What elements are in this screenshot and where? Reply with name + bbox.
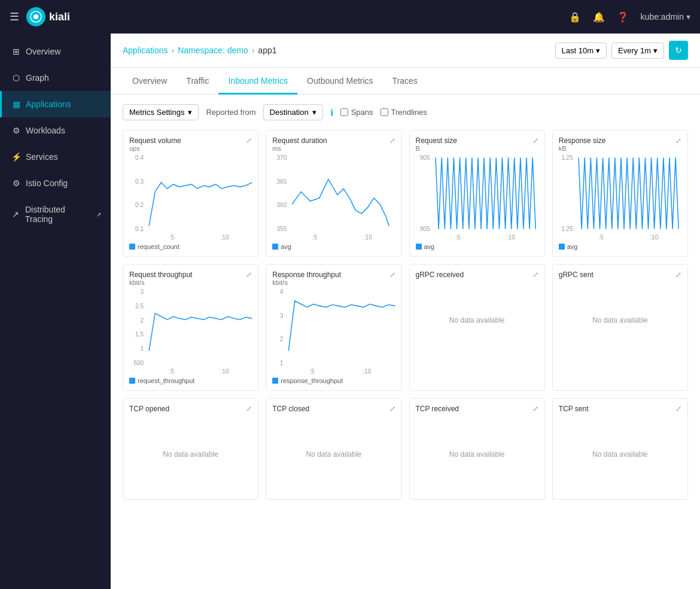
- metrics-settings-dropdown-icon: ▾: [188, 108, 192, 117]
- refresh-button[interactable]: ↻: [669, 41, 688, 60]
- chart-title-row: Request throughput kbit/s ⤢: [129, 271, 252, 286]
- breadcrumb-sep1: ›: [172, 45, 175, 55]
- legend-dot: [559, 244, 565, 250]
- nav-right: 🔒 🔔 ❓ kube:admin ▾: [569, 11, 690, 23]
- sidebar-item-overview[interactable]: ⊞ Overview: [0, 38, 111, 65]
- time-range-dropdown-icon: ▾: [596, 46, 600, 55]
- sidebar-item-services[interactable]: ⚡ Services: [0, 144, 111, 170]
- expand-icon[interactable]: ⤢: [389, 405, 395, 413]
- spans-checkbox[interactable]: [340, 108, 348, 116]
- trendlines-label: Trendlines: [391, 108, 427, 117]
- trendlines-checkbox[interactable]: [381, 108, 388, 116]
- metrics-content: Metrics Settings ▾ Reported from Destina…: [111, 95, 700, 589]
- chart-tcp-closed: TCP closed ⤢ No data available: [266, 398, 401, 500]
- charts-grid-row2: Request throughput kbit/s ⤢ 32.521.51500: [123, 264, 688, 391]
- chart-unit: kbit/s: [272, 279, 341, 286]
- no-data-message: No data available: [129, 415, 252, 493]
- no-data-message: No data available: [559, 415, 681, 493]
- trendlines-checkbox-label[interactable]: Trendlines: [381, 108, 427, 117]
- chart-legend: avg: [559, 243, 681, 250]
- expand-icon[interactable]: ⤢: [675, 136, 681, 145]
- time-range-label: Last 10m: [562, 46, 594, 55]
- refresh-interval-select[interactable]: Every 1m ▾: [611, 42, 664, 59]
- chart-title-row: gRPC received ⤢: [416, 271, 538, 279]
- tabs-bar: Overview Traffic Inbound Metrics Outboun…: [111, 68, 700, 95]
- expand-icon[interactable]: ⤢: [532, 136, 538, 145]
- legend-dot: [416, 244, 422, 250]
- chart-title: Request duration: [272, 136, 327, 145]
- expand-icon[interactable]: ⤢: [246, 136, 252, 145]
- expand-icon[interactable]: ⤢: [675, 271, 681, 279]
- expand-icon[interactable]: ⤢: [246, 405, 252, 413]
- hamburger-menu[interactable]: ☰: [10, 10, 19, 23]
- chart-title: Response size: [559, 136, 606, 145]
- chart-title-row: TCP opened ⤢: [129, 405, 252, 413]
- chart-response-throughput: Response throughput kbit/s ⤢ 4321: [266, 264, 401, 391]
- legend-dot: [272, 378, 278, 384]
- chart-title-row: TCP closed ⤢: [272, 405, 395, 413]
- sidebar-item-distributed-tracing[interactable]: ↗ Distributed Tracing ↗: [0, 196, 111, 232]
- chart-response-size: Response size kB ⤢ 1.251.25: [552, 130, 688, 257]
- chart-title-row: Response size kB ⤢: [559, 136, 681, 152]
- tab-overview[interactable]: Overview: [123, 68, 176, 95]
- main-layout: ⊞ Overview ⬡ Graph ▦ Applications ⚙ Work…: [0, 34, 700, 589]
- chart-title-row: Request size B ⤢: [416, 136, 538, 152]
- chart-legend: request_throughput: [129, 377, 252, 384]
- breadcrumb-namespace[interactable]: Namespace: demo: [178, 45, 248, 55]
- tab-traffic[interactable]: Traffic: [176, 68, 218, 95]
- expand-icon[interactable]: ⤢: [389, 271, 395, 279]
- expand-icon[interactable]: ⤢: [675, 405, 681, 413]
- username: kube:admin: [641, 12, 684, 22]
- chart-title-row: Request volume ops ⤢: [129, 136, 252, 152]
- bell-icon[interactable]: 🔔: [593, 11, 605, 23]
- sidebar-item-label: Overview: [26, 47, 60, 56]
- tab-traces[interactable]: Traces: [383, 68, 427, 95]
- applications-icon: ▦: [11, 99, 21, 109]
- tracing-icon: ↗: [11, 210, 20, 219]
- sidebar-item-label: Workloads: [26, 126, 65, 135]
- reported-from-label: Reported from: [206, 108, 255, 117]
- metrics-settings-button[interactable]: Metrics Settings ▾: [123, 104, 199, 120]
- tab-inbound-metrics[interactable]: Inbound Metrics: [218, 68, 297, 95]
- chart-title: Request volume: [129, 136, 181, 145]
- logo-circle: [26, 7, 45, 26]
- chart-tcp-sent: TCP sent ⤢ No data available: [552, 398, 688, 500]
- chart-legend: avg: [272, 243, 395, 250]
- lock-icon[interactable]: 🔒: [569, 11, 581, 23]
- tab-outbound-metrics[interactable]: Outbound Metrics: [297, 68, 383, 95]
- breadcrumb-bar: Applications › Namespace: demo › app1 La…: [111, 34, 700, 68]
- chart-title: Request throughput: [129, 271, 192, 279]
- chart-title: gRPC received: [416, 271, 464, 279]
- chart-title: TCP received: [416, 405, 459, 413]
- chart-tcp-opened: TCP opened ⤢ No data available: [123, 398, 258, 500]
- user-menu[interactable]: kube:admin ▾: [641, 12, 690, 22]
- breadcrumb-applications[interactable]: Applications: [123, 45, 168, 55]
- overview-icon: ⊞: [11, 47, 21, 56]
- expand-icon[interactable]: ⤢: [246, 271, 252, 279]
- expand-icon[interactable]: ⤢: [389, 136, 395, 145]
- legend-label: avg: [424, 243, 435, 250]
- sidebar-item-workloads[interactable]: ⚙ Workloads: [0, 117, 111, 144]
- chart-unit: B: [416, 145, 457, 152]
- sidebar-item-graph[interactable]: ⬡ Graph: [0, 65, 111, 91]
- legend-dot: [272, 244, 278, 250]
- user-dropdown-icon: ▾: [686, 12, 690, 22]
- chart-grpc-received: gRPC received ⤢ No data available: [409, 264, 545, 391]
- svg-point-1: [34, 14, 38, 19]
- expand-icon[interactable]: ⤢: [532, 271, 538, 279]
- time-range-select[interactable]: Last 10m ▾: [555, 42, 607, 59]
- charts-grid-row3: TCP opened ⤢ No data available TCP close…: [123, 398, 688, 500]
- destination-select[interactable]: Destination ▾: [263, 104, 323, 120]
- sidebar-item-istio-config[interactable]: ⚙ Istio Config: [0, 170, 111, 196]
- chart-request-volume: Request volume ops ⤢ 0.40.30.20.1: [123, 130, 258, 257]
- sidebar-item-applications[interactable]: ▦ Applications: [0, 91, 111, 117]
- top-navigation: ☰ kiali 🔒 🔔 ❓ kube:admin ▾: [0, 0, 700, 34]
- legend-label: request_count: [138, 243, 179, 250]
- spans-checkbox-label[interactable]: Spans: [340, 108, 373, 117]
- expand-icon[interactable]: ⤢: [532, 405, 538, 413]
- info-icon[interactable]: ℹ: [330, 108, 333, 117]
- breadcrumb-sep2: ›: [252, 45, 255, 55]
- graph-icon: ⬡: [11, 73, 21, 83]
- question-icon[interactable]: ❓: [617, 11, 629, 23]
- chart-title-row: TCP sent ⤢: [559, 405, 681, 413]
